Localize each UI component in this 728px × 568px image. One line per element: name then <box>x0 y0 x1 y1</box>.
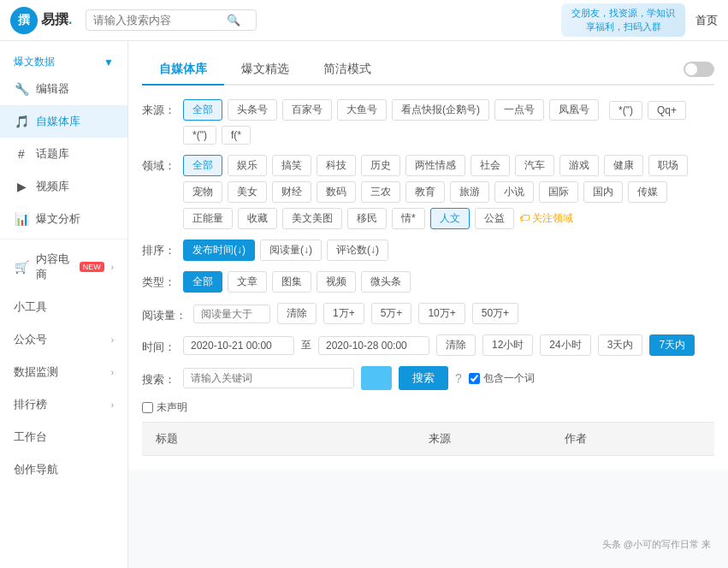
source-btn-dayu[interactable]: 大鱼号 <box>337 99 387 121</box>
type-btn-microhead[interactable]: 微头条 <box>361 271 411 293</box>
source-btn-s1[interactable]: *(") <box>609 101 642 120</box>
type-btn-all[interactable]: 全部 <box>183 271 222 293</box>
source-btn-fenghuang[interactable]: 凤凰号 <box>549 99 599 121</box>
time-btn-24h[interactable]: 24小时 <box>540 334 590 356</box>
sort-btn-read[interactable]: 阅读量(↓) <box>260 240 322 261</box>
domain-btn-domestic[interactable]: 国内 <box>583 181 623 203</box>
time-btn-7d[interactable]: 7天内 <box>649 334 695 356</box>
undeclared-label: 未声明 <box>157 400 187 415</box>
domain-btn-collection[interactable]: 收藏 <box>238 208 277 229</box>
source-btn-baijiahao[interactable]: 百家号 <box>282 99 332 121</box>
color-block[interactable] <box>361 366 392 390</box>
type-btn-video[interactable]: 视频 <box>317 271 356 293</box>
tab-baowenjingxuan[interactable]: 爆文精选 <box>224 55 306 86</box>
time-btn-clear[interactable]: 清除 <box>436 334 476 356</box>
arrow-icon: › <box>111 335 114 345</box>
domain-btn-immigrant[interactable]: 移民 <box>347 208 387 229</box>
sidebar-item-label: 创作导航 <box>14 462 114 477</box>
domain-follow-link[interactable]: 🏷 关注领域 <box>519 211 573 226</box>
domain-btn-other[interactable]: 情* <box>392 208 425 229</box>
sidebar-item-editor[interactable]: 🔧 编辑器 <box>0 73 127 105</box>
source-btn-s2[interactable]: Qq+ <box>648 101 686 120</box>
tab-jianjiemode[interactable]: 简洁模式 <box>306 55 388 86</box>
sort-btn-comment[interactable]: 评论数(↓) <box>327 240 388 261</box>
domain-btn-society[interactable]: 社会 <box>471 155 510 176</box>
sidebar-item-ecommerce[interactable]: 🛒 内容电商 NEW › <box>0 243 127 291</box>
sidebar-item-topic[interactable]: # 话题库 <box>0 138 127 170</box>
sidebar-item-publicaccount[interactable]: 公众号 › <box>0 323 127 356</box>
time-btn-3d[interactable]: 3天内 <box>598 334 643 356</box>
domain-btn-beauty[interactable]: 美女 <box>228 181 267 203</box>
undeclared-input[interactable] <box>142 402 153 413</box>
type-btn-article[interactable]: 文章 <box>228 271 267 293</box>
time-btn-12h[interactable]: 12小时 <box>482 334 533 356</box>
source-btn-toutiao[interactable]: 头条号 <box>228 99 277 121</box>
search-button[interactable]: 搜索 <box>399 366 448 390</box>
keyword-input[interactable] <box>183 368 354 388</box>
logo: 撰 易撰. <box>10 7 72 34</box>
source-btn-s4[interactable]: f(* <box>222 126 251 145</box>
domain-btn-travel[interactable]: 旅游 <box>450 181 489 203</box>
domain-btn-funny[interactable]: 搞笑 <box>272 155 311 176</box>
read-btn-50w[interactable]: 50万+ <box>472 303 518 324</box>
sort-options: 发布时间(↓) 阅读量(↓) 评论数(↓) <box>183 240 714 261</box>
domain-btn-positive[interactable]: 正能量 <box>183 208 233 229</box>
sidebar-item-tools[interactable]: 小工具 <box>0 291 127 323</box>
domain-btn-sannong[interactable]: 三农 <box>361 181 400 203</box>
header-nav-home[interactable]: 首页 <box>695 13 718 28</box>
source-btn-s3[interactable]: *(") <box>183 126 216 145</box>
domain-btn-pet[interactable]: 宠物 <box>183 181 222 203</box>
domain-btn-ent[interactable]: 娱乐 <box>228 155 267 176</box>
time-to-input[interactable] <box>318 336 429 355</box>
sidebar-item-analysis[interactable]: 📊 爆文分析 <box>0 203 127 235</box>
sidebar-item-zimeiti[interactable]: 🎵 自媒体库 <box>0 105 127 138</box>
sidebar-section-baowendata[interactable]: 爆文数据 ▼ <box>0 48 127 73</box>
content: 自媒体库 爆文精选 简洁模式 来源： 全部 头条号 百家号 <box>128 41 728 568</box>
domain-btn-education[interactable]: 教育 <box>405 181 445 203</box>
read-btn-clear[interactable]: 清除 <box>277 303 317 324</box>
sidebar-item-creation[interactable]: 创作导航 <box>0 453 127 486</box>
domain-btn-gongyi[interactable]: 公益 <box>475 208 514 229</box>
help-icon[interactable]: ? <box>455 371 462 385</box>
domain-btn-media[interactable]: 传媒 <box>628 181 667 203</box>
domain-btn-digital[interactable]: 数码 <box>317 181 356 203</box>
domain-btn-car[interactable]: 汽车 <box>515 155 554 176</box>
time-from-input[interactable] <box>183 336 294 355</box>
sidebar-item-rankings[interactable]: 排行榜 › <box>0 388 127 421</box>
header-search-input[interactable] <box>93 14 222 27</box>
analysis-icon: 📊 <box>14 211 29 227</box>
domain-btn-renwen[interactable]: 人文 <box>430 208 470 229</box>
read-btn-1w[interactable]: 1万+ <box>323 303 364 324</box>
sidebar-item-datamonitor[interactable]: 数据监测 › <box>0 356 127 388</box>
sidebar-item-label: 话题库 <box>36 146 114 162</box>
domain-btn-emotion[interactable]: 两性情感 <box>405 155 465 176</box>
domain-btn-game[interactable]: 游戏 <box>559 155 599 176</box>
read-btn-10w[interactable]: 10万+ <box>418 303 465 324</box>
type-btn-gallery[interactable]: 图集 <box>272 271 311 293</box>
tab-zimeiti[interactable]: 自媒体库 <box>142 55 224 86</box>
sidebar-item-video[interactable]: ▶ 视频库 <box>0 170 127 203</box>
domain-btn-finance[interactable]: 财经 <box>272 181 311 203</box>
domain-btn-history[interactable]: 历史 <box>361 155 400 176</box>
source-btn-yidian[interactable]: 一点号 <box>494 99 544 121</box>
source-btn-kandian[interactable]: 看点快报(企鹅号) <box>392 99 489 121</box>
search-icon[interactable]: 🔍 <box>227 14 240 27</box>
domain-btn-xiaoshuo[interactable]: 小说 <box>494 181 534 203</box>
sort-btn-time[interactable]: 发布时间(↓) <box>183 240 255 261</box>
domain-btn-design[interactable]: 美文美图 <box>282 208 342 229</box>
domain-btn-intl[interactable]: 国际 <box>539 181 578 203</box>
undeclared-checkbox[interactable]: 未声明 <box>142 400 187 415</box>
domain-btn-health[interactable]: 健康 <box>604 155 643 176</box>
read-input[interactable] <box>193 305 270 323</box>
sidebar-item-workspace[interactable]: 工作台 <box>0 421 127 453</box>
header-search-bar[interactable]: 🔍 <box>86 9 257 31</box>
domain-btn-all[interactable]: 全部 <box>183 155 222 176</box>
domain-btn-tech[interactable]: 科技 <box>317 155 356 176</box>
include-word-checkbox[interactable]: 包含一个词 <box>469 371 535 386</box>
domain-btn-workplace[interactable]: 职场 <box>648 155 688 176</box>
toggle-switch[interactable] <box>684 62 714 77</box>
include-word-input[interactable] <box>469 373 480 384</box>
read-btn-5w[interactable]: 5万+ <box>371 303 412 324</box>
source-btn-all[interactable]: 全部 <box>183 99 222 121</box>
sidebar-item-label: 视频库 <box>36 179 114 194</box>
